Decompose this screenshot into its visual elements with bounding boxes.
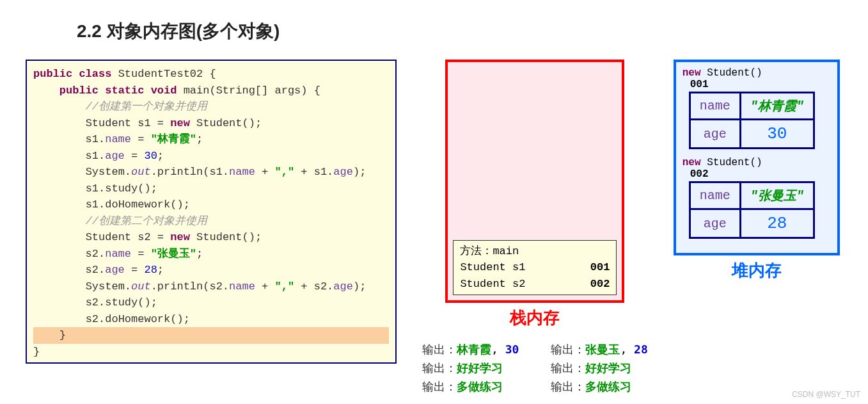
- out-lbl: 输出：: [422, 380, 457, 393]
- s2-study: s2.study();: [86, 296, 157, 309]
- out-sep: ,: [620, 343, 627, 356]
- heap-addr-2: 002: [690, 168, 831, 180]
- s2-age-val: 28: [144, 264, 157, 276]
- println-2-name: name: [229, 280, 255, 293]
- output-col-1: 输出：林青霞, 30 输出：好好学习 输出：多做练习: [422, 341, 519, 396]
- out-text: 多做练习: [585, 380, 631, 393]
- sep-2: ",": [275, 280, 295, 293]
- s2-type: Student: [86, 231, 131, 243]
- highlight-line: }: [33, 327, 389, 344]
- field-val: "林青霞": [740, 93, 814, 120]
- comment-2: //创建第二个对象并使用: [86, 215, 207, 227]
- kw-new-2: new: [170, 231, 190, 243]
- out-2: out: [131, 280, 151, 293]
- stack-addr-1: 001: [590, 259, 610, 276]
- heap-column: new Student() 001 name"林青霞" age30 new St…: [674, 60, 840, 282]
- kw-new-1: new: [170, 117, 190, 129]
- s1-hw: s1.doHomework();: [86, 198, 190, 211]
- out-text: 张曼玉: [585, 343, 620, 356]
- object-table-2: name"张曼玉" age28: [689, 181, 815, 239]
- sys-2: System.: [86, 280, 131, 293]
- heap-label: 堆内存: [732, 259, 782, 282]
- stack-decl-2: Student s2: [460, 276, 525, 293]
- tail-2: + s2.: [294, 280, 333, 293]
- out-1-1: 输出：林青霞, 30: [422, 341, 519, 359]
- ctor-1: Student(): [196, 117, 255, 129]
- heap-object-2: new Student() 002 name"张曼玉" age28: [683, 157, 831, 239]
- out-lbl: 输出：: [551, 343, 585, 356]
- s2-name-field: name: [105, 248, 131, 260]
- stack-frame-main: 方法：main Student s1 001 Student s2 002: [453, 240, 617, 296]
- tail-1: + s1.: [294, 166, 333, 178]
- kw-new: new: [683, 157, 701, 168]
- out-sep: ,: [491, 343, 498, 356]
- heap-new-2: new Student(): [683, 157, 831, 168]
- out-1-2: 输出：好好学习: [422, 359, 519, 378]
- s1-var: s1: [138, 117, 150, 129]
- sep-1: ",": [275, 166, 295, 178]
- field-val: "张曼玉": [740, 182, 814, 209]
- page-title: 2.2 对象内存图(多个对象): [77, 19, 842, 44]
- stack-memory-box: 方法：main Student s1 001 Student s2 002: [445, 60, 624, 303]
- main-sig: main(String[] args): [184, 85, 308, 97]
- s1-study: s1.study();: [86, 182, 157, 195]
- kw-public-class: public class: [33, 68, 111, 80]
- out-1-3: 输出：多做练习: [422, 378, 519, 396]
- stack-addr-2: 002: [590, 276, 610, 293]
- out-lbl: 输出：: [551, 380, 585, 393]
- s2-age-field: age: [105, 264, 125, 276]
- out-text: 好好学习: [585, 361, 631, 375]
- stack-decl-1: Student s1: [460, 259, 525, 276]
- kw-new: new: [683, 67, 701, 79]
- field-val: 30: [740, 120, 814, 149]
- heap-new-1: new Student(): [683, 67, 831, 79]
- s1-name-val: "林青霞": [151, 133, 196, 145]
- s1-name-field: name: [105, 133, 131, 145]
- out-1: out: [131, 166, 151, 178]
- field-key: age: [690, 209, 740, 238]
- field-key: name: [690, 182, 740, 209]
- stack-row-2: Student s2 002: [460, 276, 610, 293]
- heap-addr-1: 001: [690, 79, 831, 90]
- println-1-age: age: [333, 166, 353, 178]
- field-key: age: [690, 120, 740, 149]
- heap-ctor: Student(): [707, 67, 762, 79]
- class-name: StudentTest02: [118, 68, 203, 80]
- comment-1: //创建第一个对象并使用: [86, 101, 207, 113]
- out-text: 好好学习: [457, 361, 503, 375]
- frame-title: 方法：main: [460, 243, 610, 260]
- code-panel: public class StudentTest02 { public stat…: [26, 60, 397, 364]
- out-2-3: 输出：多做练习: [551, 378, 647, 396]
- println-2a: .println(s2.: [151, 280, 229, 293]
- kw-main: public static void: [59, 85, 177, 97]
- out-lbl: 输出：: [551, 361, 585, 375]
- output-col-2: 输出：张曼玉, 28 输出：好好学习 输出：多做练习: [551, 341, 647, 396]
- output-area: 输出：林青霞, 30 输出：好好学习 输出：多做练习 输出：张曼玉, 28 输出…: [422, 341, 648, 396]
- out-lbl: 输出：: [422, 361, 457, 375]
- out-lbl: 输出：: [422, 343, 457, 356]
- out-2-2: 输出：好好学习: [551, 359, 647, 378]
- s2-var: s2: [138, 231, 150, 243]
- out-num: 28: [634, 343, 648, 356]
- s1-age-field: age: [105, 150, 125, 162]
- heap-ctor: Student(): [707, 157, 762, 168]
- stack-column: 方法：main Student s1 001 Student s2 002 栈内…: [422, 60, 648, 329]
- s1-type: Student: [86, 117, 131, 129]
- out-text: 林青霞: [457, 343, 491, 356]
- println-1-name: name: [229, 166, 255, 178]
- out-num: 30: [505, 343, 519, 356]
- out-text: 多做练习: [457, 380, 503, 393]
- heap-memory-box: new Student() 001 name"林青霞" age30 new St…: [674, 60, 840, 255]
- watermark: CSDN @WSY_TUT: [792, 390, 860, 399]
- s2-hw: s2.doHomework();: [86, 313, 190, 325]
- stack-label: 栈内存: [510, 307, 560, 329]
- println-2-age: age: [333, 280, 353, 293]
- main-content: public class StudentTest02 { public stat…: [26, 60, 842, 396]
- s2-name-val: "张曼玉": [151, 248, 196, 260]
- field-key: name: [690, 93, 740, 120]
- stack-row-1: Student s1 001: [460, 259, 610, 276]
- heap-object-1: new Student() 001 name"林青霞" age30: [683, 67, 831, 149]
- sys-1: System.: [86, 166, 131, 178]
- s1-age-val: 30: [144, 150, 157, 162]
- out-2-1: 输出：张曼玉, 28: [551, 341, 647, 359]
